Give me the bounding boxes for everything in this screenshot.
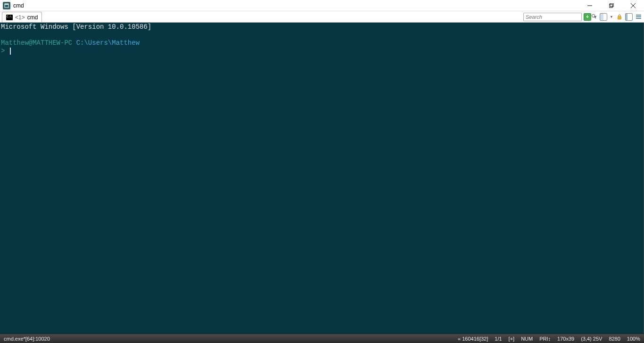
tab-cmd[interactable]: <1> cmd xyxy=(2,12,42,22)
close-button[interactable] xyxy=(622,0,644,11)
prompt-symbol: > xyxy=(1,47,5,55)
svg-rect-1 xyxy=(5,4,8,5)
version-line: Microsoft Windows [Version 10.0.10586] xyxy=(1,23,151,31)
prompt-user-host: Matthew@MATTHEW-PC xyxy=(1,39,72,47)
status-cursor: (3,4) 25V xyxy=(581,336,602,342)
window-title: cmd xyxy=(13,2,24,9)
tab-index: <1> xyxy=(15,14,25,21)
tab-label: cmd xyxy=(27,14,38,21)
search-box[interactable] xyxy=(523,13,582,21)
cursor xyxy=(10,48,11,55)
new-tab-dropdown[interactable]: ▼ xyxy=(593,13,598,21)
layout-button[interactable] xyxy=(625,13,633,21)
split-dropdown[interactable]: ▼ xyxy=(609,13,614,21)
status-input: [+] xyxy=(509,336,515,342)
toolbar-right: + ▼ ▼ xyxy=(523,11,642,22)
new-tab-button[interactable]: + xyxy=(584,13,591,21)
menu-icon[interactable] xyxy=(635,13,642,21)
split-button[interactable] xyxy=(600,13,607,21)
lock-icon[interactable] xyxy=(616,13,623,21)
titlebar-left: cmd xyxy=(3,2,24,9)
status-zoom: 100% xyxy=(627,336,640,342)
status-tabs: 1/1 xyxy=(495,336,502,342)
svg-rect-9 xyxy=(618,16,621,19)
svg-rect-4 xyxy=(610,3,613,7)
tabbar: <1> cmd + ▼ ▼ xyxy=(0,11,644,23)
search-input[interactable] xyxy=(526,14,591,20)
status-process: cmd.exe*[64]:10020 xyxy=(4,336,50,342)
status-right: « 160416[32] 1/1 [+] NUM PRI↕ 170x39 (3,… xyxy=(458,336,640,342)
svg-rect-3 xyxy=(609,4,612,8)
minimize-button[interactable] xyxy=(579,0,601,11)
status-num: NUM xyxy=(521,336,533,342)
window-controls xyxy=(579,0,644,11)
tabs: <1> cmd xyxy=(2,11,42,22)
status-size: 170x39 xyxy=(557,336,574,342)
status-pid: 8280 xyxy=(609,336,620,342)
cmd-icon xyxy=(6,15,13,20)
statusbar: cmd.exe*[64]:10020 « 160416[32] 1/1 [+] … xyxy=(0,334,644,343)
terminal[interactable]: Microsoft Windows [Version 10.0.10586] M… xyxy=(0,23,644,334)
app-icon xyxy=(3,2,10,9)
prompt-cwd: C:\Users\Matthew xyxy=(76,39,140,47)
status-pri: PRI↕ xyxy=(539,336,551,342)
status-clip: « 160416[32] xyxy=(458,336,488,342)
titlebar: cmd xyxy=(0,0,644,11)
maximize-button[interactable] xyxy=(601,0,622,11)
